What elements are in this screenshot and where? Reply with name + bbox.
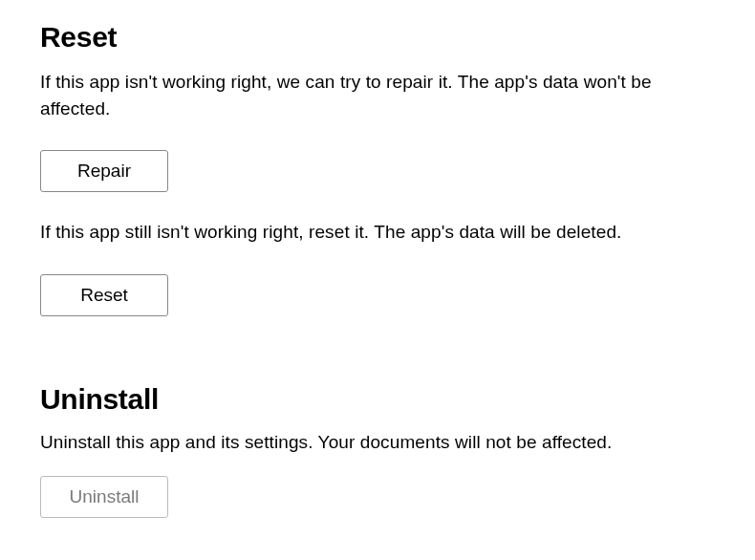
repair-description: If this app isn't working right, we can … <box>40 69 690 121</box>
uninstall-heading: Uninstall <box>40 383 715 416</box>
uninstall-section: Uninstall Uninstall this app and its set… <box>0 383 755 519</box>
uninstall-button: Uninstall <box>40 476 168 518</box>
reset-heading: Reset <box>40 21 715 54</box>
reset-section: Reset If this app isn't working right, w… <box>0 21 755 316</box>
reset-description: If this app still isn't working right, r… <box>40 219 690 246</box>
repair-button[interactable]: Repair <box>40 150 168 192</box>
reset-button[interactable]: Reset <box>40 274 168 316</box>
uninstall-description: Uninstall this app and its settings. You… <box>40 429 690 456</box>
